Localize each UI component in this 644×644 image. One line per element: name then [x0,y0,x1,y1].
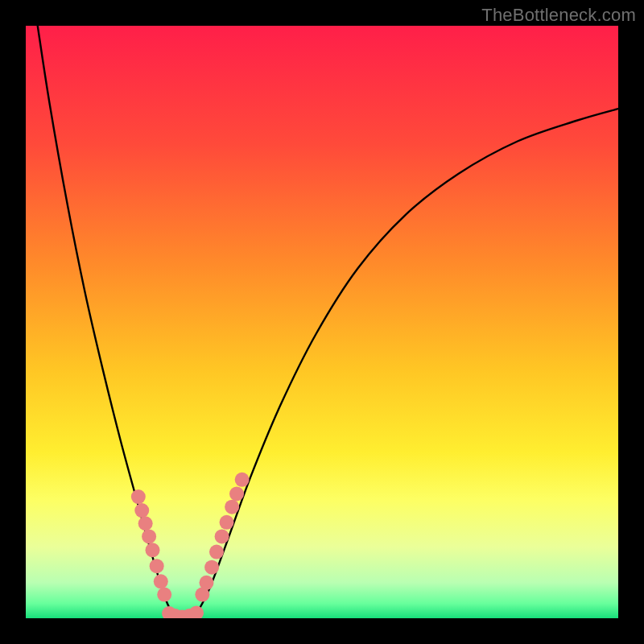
marker-right-branch [225,500,239,514]
marker-right-branch [204,560,219,575]
marker-bottom [189,605,204,618]
marker-left-branch [150,559,164,573]
marker-left-branch [146,543,160,557]
marker-group [131,473,250,618]
marker-right-branch [199,576,213,590]
marker-right-branch [235,473,250,487]
marker-right-branch [229,486,244,501]
marker-right-branch [215,529,229,543]
marker-left-branch [154,574,168,588]
bottleneck-curve [38,26,618,618]
chart-frame: TheBottleneck.com [0,0,644,644]
curve-layer [26,26,618,618]
marker-left-branch [134,503,149,518]
plot-area [26,26,618,618]
marker-left-branch [157,588,171,602]
marker-right-branch [220,515,234,530]
watermark-text: TheBottleneck.com [481,5,636,26]
marker-left-branch [138,516,153,530]
marker-right-branch [209,545,224,559]
marker-left-branch [131,489,146,504]
marker-left-branch [142,529,156,543]
